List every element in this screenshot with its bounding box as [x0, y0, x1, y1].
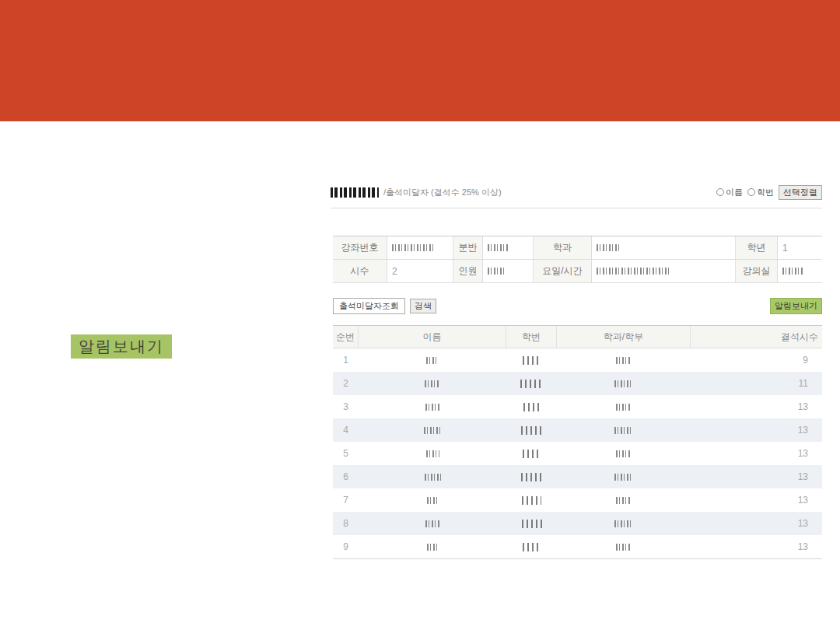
section-label: 분반	[453, 236, 483, 260]
redacted-name	[425, 380, 440, 387]
row-dept	[557, 372, 691, 395]
row-no: 6	[333, 465, 359, 488]
toolbar: 출석미달자조회 검색 알림보내기	[333, 296, 822, 315]
redacted-student-id	[523, 543, 541, 551]
row-dept	[557, 512, 691, 535]
row-no: 8	[333, 512, 359, 535]
redacted-value	[488, 268, 505, 275]
row-name	[359, 372, 506, 395]
row-no: 5	[333, 442, 359, 465]
department-value	[592, 236, 736, 260]
row-name	[359, 418, 506, 442]
course-number-value	[387, 236, 453, 260]
row-student-id	[506, 442, 557, 465]
table-row[interactable]: 6 13	[333, 465, 822, 488]
redacted-student-id	[521, 473, 542, 481]
send-notification-button[interactable]: 알림보내기	[770, 298, 822, 314]
page-title-redacted	[331, 187, 379, 198]
radio-circle-icon[interactable]	[716, 188, 724, 196]
classroom-value	[778, 260, 822, 283]
row-student-id	[506, 348, 557, 372]
redacted-name	[426, 450, 439, 457]
table-row[interactable]: 5 13	[333, 442, 822, 465]
grade-label: 학년	[736, 236, 778, 260]
section-value	[483, 236, 534, 260]
hours-label: 시수	[333, 260, 387, 283]
redacted-value	[597, 244, 620, 251]
row-absence: 13	[691, 395, 822, 418]
page-subtitle: /출석미달자 (결석수 25% 이상)	[383, 187, 502, 198]
table-row[interactable]: 8 13	[333, 512, 822, 535]
redacted-value	[392, 244, 435, 251]
row-student-id	[506, 372, 557, 395]
redacted-name	[425, 474, 441, 481]
row-no: 9	[333, 535, 359, 558]
redacted-name	[425, 520, 440, 527]
row-name	[359, 465, 506, 488]
row-student-id	[506, 465, 557, 488]
redacted-value	[488, 244, 509, 251]
table-row[interactable]: 3 13	[333, 395, 822, 418]
header-student-id: 학번	[506, 326, 557, 348]
row-absence: 11	[691, 372, 822, 395]
search-button[interactable]: 검색	[410, 299, 436, 313]
row-name	[359, 442, 506, 465]
row-dept	[557, 348, 691, 372]
row-dept	[557, 535, 691, 558]
filter-select[interactable]: 출석미달자조회	[333, 298, 405, 314]
row-absence: 13	[691, 418, 822, 442]
redacted-dept	[616, 404, 632, 411]
classroom-label: 강의실	[736, 260, 778, 283]
table-row[interactable]: 7 13	[333, 488, 822, 512]
enrollment-value	[483, 260, 534, 283]
redacted-dept	[614, 474, 633, 481]
redacted-student-id	[522, 520, 542, 528]
redacted-name	[427, 497, 439, 504]
row-absence: 13	[691, 442, 822, 465]
table-row[interactable]: 1 9	[333, 348, 822, 372]
redacted-name	[424, 427, 441, 434]
redacted-name	[427, 544, 438, 551]
students-body: 1 9 2 11 3 13 4 13 5 13 6 13 7	[333, 348, 822, 559]
row-no: 4	[333, 418, 359, 442]
redacted-name	[425, 404, 439, 411]
row-name	[359, 512, 506, 535]
redacted-dept	[616, 450, 632, 457]
row-student-id	[506, 395, 557, 418]
students-table: 순번 이름 학번 학과/학부 결석시수 1 9 2 11 3 13 4 13 5	[333, 325, 822, 559]
row-dept	[557, 395, 691, 418]
redacted-dept	[616, 544, 632, 551]
radio-circle-icon[interactable]	[747, 188, 755, 196]
row-dept	[557, 465, 691, 488]
redacted-value	[782, 268, 803, 275]
table-row[interactable]: 4 13	[333, 418, 822, 442]
row-dept	[557, 418, 691, 442]
redacted-value	[597, 268, 670, 275]
redacted-student-id	[521, 426, 543, 435]
row-name	[359, 395, 506, 418]
row-student-id	[506, 512, 557, 535]
redacted-name	[426, 357, 439, 364]
row-student-id	[506, 488, 557, 512]
redacted-student-id	[523, 403, 541, 411]
sort-options: 이름 학번 선택정렬	[716, 185, 822, 200]
radio-sort-by-name[interactable]: 이름	[716, 187, 743, 198]
row-absence: 13	[691, 512, 822, 535]
redacted-student-id	[523, 450, 541, 458]
students-header-row: 순번 이름 학번 학과/학부 결석시수	[333, 325, 822, 348]
header-name: 이름	[359, 326, 506, 348]
department-label: 학과	[534, 236, 592, 260]
redacted-dept	[614, 380, 633, 387]
row-absence: 9	[691, 348, 822, 372]
row-dept	[557, 442, 691, 465]
radio-sort-by-id[interactable]: 학번	[747, 187, 774, 198]
select-sort-button[interactable]: 선택정렬	[779, 185, 822, 200]
table-row[interactable]: 9 13	[333, 535, 822, 558]
row-absence: 13	[691, 535, 822, 558]
redacted-dept	[616, 497, 632, 504]
redacted-dept	[614, 520, 633, 527]
table-row[interactable]: 2 11	[333, 372, 822, 395]
title-row: /출석미달자 (결석수 25% 이상) 이름 학번 선택정렬	[331, 184, 822, 201]
row-name	[359, 348, 506, 372]
row-student-id	[506, 418, 557, 442]
